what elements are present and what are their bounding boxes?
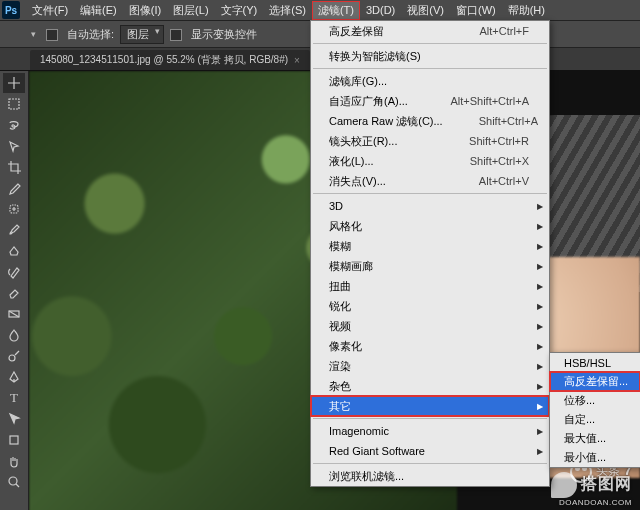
filter-blur-gallery[interactable]: 模糊画廊 <box>311 256 549 276</box>
type-tool[interactable]: T <box>3 388 25 408</box>
filter-pixelate[interactable]: 像素化 <box>311 336 549 356</box>
menu-layer[interactable]: 图层(L) <box>167 1 214 20</box>
other-custom[interactable]: 自定... <box>550 410 640 429</box>
eraser-tool[interactable] <box>3 283 25 303</box>
pen-tool[interactable] <box>3 367 25 387</box>
show-transform-checkbox[interactable] <box>170 27 185 40</box>
menu-help[interactable]: 帮助(H) <box>502 1 551 20</box>
zoom-tool[interactable] <box>3 472 25 492</box>
filter-lens-correction[interactable]: 镜头校正(R)...Shift+Ctrl+R <box>311 131 549 151</box>
svg-point-3 <box>9 355 15 361</box>
quick-select-tool[interactable] <box>3 136 25 156</box>
menu-3d[interactable]: 3D(D) <box>360 2 401 18</box>
menu-edit[interactable]: 编辑(E) <box>74 1 123 20</box>
show-transform-label: 显示变换控件 <box>191 27 257 42</box>
lasso-tool[interactable] <box>3 115 25 135</box>
filter-other[interactable]: 其它 <box>311 396 549 416</box>
clone-stamp-tool[interactable] <box>3 241 25 261</box>
filter-last[interactable]: 高反差保留 Alt+Ctrl+F <box>311 21 549 41</box>
menu-filter[interactable]: 滤镜(T) <box>312 1 360 20</box>
filter-adaptive-wide-angle[interactable]: 自适应广角(A)...Alt+Shift+Ctrl+A <box>311 91 549 111</box>
filter-other-submenu: HSB/HSL 高反差保留... 位移... 自定... 最大值... 最小值.… <box>549 352 640 468</box>
svg-rect-0 <box>9 99 19 109</box>
document-tab[interactable]: 145080_1234511501.jpg @ 55.2% (背景 拷贝, RG… <box>30 50 310 70</box>
svg-point-5 <box>9 477 17 485</box>
close-tab-icon[interactable]: × <box>294 55 300 66</box>
filter-distort[interactable]: 扭曲 <box>311 276 549 296</box>
other-high-pass[interactable]: 高反差保留... <box>550 372 640 391</box>
menu-file[interactable]: 文件(F) <box>26 1 74 20</box>
eyedropper-tool[interactable] <box>3 178 25 198</box>
document-tab-title: 145080_1234511501.jpg @ 55.2% (背景 拷贝, RG… <box>40 53 288 67</box>
toolbox: T <box>0 71 29 510</box>
filter-blur[interactable]: 模糊 <box>311 236 549 256</box>
path-select-tool[interactable] <box>3 409 25 429</box>
crop-tool[interactable] <box>3 157 25 177</box>
filter-sharpen[interactable]: 锐化 <box>311 296 549 316</box>
menu-image[interactable]: 图像(I) <box>123 1 167 20</box>
filter-liquify[interactable]: 液化(L)...Shift+Ctrl+X <box>311 151 549 171</box>
menu-select[interactable]: 选择(S) <box>263 1 312 20</box>
filter-video[interactable]: 视频 <box>311 316 549 336</box>
other-offset[interactable]: 位移... <box>550 391 640 410</box>
filter-convert-smart[interactable]: 转换为智能滤镜(S) <box>311 46 549 66</box>
filter-vanishing-point[interactable]: 消失点(V)...Alt+Ctrl+V <box>311 171 549 191</box>
filter-stylize[interactable]: 风格化 <box>311 216 549 236</box>
dodge-tool[interactable] <box>3 346 25 366</box>
healing-brush-tool[interactable] <box>3 199 25 219</box>
ps-logo-icon: Ps <box>2 1 20 19</box>
filter-camera-raw[interactable]: Camera Raw 滤镜(C)...Shift+Ctrl+A <box>311 111 549 131</box>
auto-select-mode-dropdown[interactable]: 图层 <box>120 25 164 44</box>
brush-tool[interactable] <box>3 220 25 240</box>
preset-chevron-icon[interactable]: ▾ <box>26 27 40 41</box>
auto-select-checkbox[interactable] <box>46 27 61 40</box>
move-tool-icon <box>6 27 20 41</box>
hand-tool[interactable] <box>3 451 25 471</box>
history-brush-tool[interactable] <box>3 262 25 282</box>
other-hsb-hsl[interactable]: HSB/HSL <box>550 353 640 372</box>
filter-red-giant[interactable]: Red Giant Software <box>311 441 549 461</box>
filter-3d[interactable]: 3D <box>311 196 549 216</box>
filter-gallery[interactable]: 滤镜库(G)... <box>311 71 549 91</box>
auto-select-label: 自动选择: <box>67 27 114 42</box>
blur-tool[interactable] <box>3 325 25 345</box>
menu-view[interactable]: 视图(V) <box>401 1 450 20</box>
move-tool[interactable] <box>3 73 25 93</box>
watermark-primary: 搭图网 DOANDOAN.COM <box>551 472 632 507</box>
marquee-tool[interactable] <box>3 94 25 114</box>
menu-type[interactable]: 文字(Y) <box>215 1 264 20</box>
filter-noise[interactable]: 杂色 <box>311 376 549 396</box>
menu-window[interactable]: 窗口(W) <box>450 1 502 20</box>
svg-rect-4 <box>10 436 18 444</box>
filter-render[interactable]: 渲染 <box>311 356 549 376</box>
filter-imagenomic[interactable]: Imagenomic <box>311 421 549 441</box>
other-maximum[interactable]: 最大值... <box>550 429 640 448</box>
gradient-tool[interactable] <box>3 304 25 324</box>
filter-menu: 高反差保留 Alt+Ctrl+F 转换为智能滤镜(S) 滤镜库(G)... 自适… <box>310 20 550 487</box>
shape-tool[interactable] <box>3 430 25 450</box>
menubar: Ps 文件(F) 编辑(E) 图像(I) 图层(L) 文字(Y) 选择(S) 滤… <box>0 0 640 21</box>
other-minimum[interactable]: 最小值... <box>550 448 640 467</box>
filter-browse-online[interactable]: 浏览联机滤镜... <box>311 466 549 486</box>
